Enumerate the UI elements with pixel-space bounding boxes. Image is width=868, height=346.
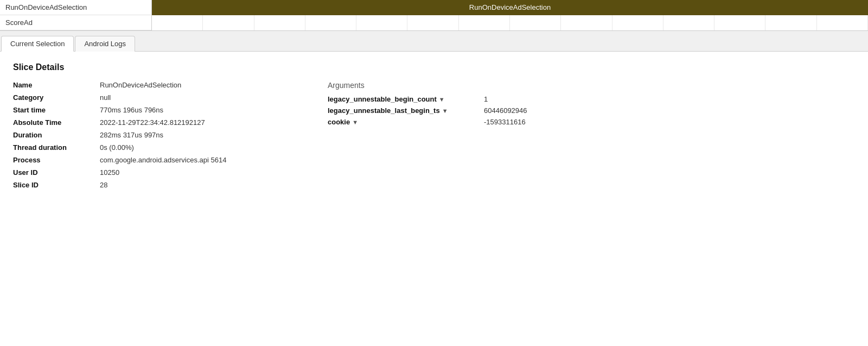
slice-details-panel: Name RunOnDeviceAdSelection Category nul…: [13, 81, 284, 193]
tab-current-selection[interactable]: Current Selection: [1, 36, 74, 52]
grid-cell: [152, 15, 203, 30]
label-user-id: User ID: [13, 168, 100, 177]
value-category: null: [100, 93, 111, 102]
detail-row-start-time: Start time 770ms 196us 796ns: [13, 106, 284, 114]
value-absolute-time: 2022-11-29T22:34:42.812192127: [100, 118, 205, 127]
arg-key-2: cookie ▼: [328, 118, 480, 126]
value-thread-duration: 0s (0.00%): [100, 143, 134, 152]
label-process: Process: [13, 156, 100, 164]
grid-cell: [817, 15, 868, 30]
timeline-header: RunOnDeviceAdSelection ScoreAd RunOnDevi…: [0, 0, 868, 31]
label-name: Name: [13, 81, 100, 89]
arg-dropdown-icon-1[interactable]: ▼: [442, 108, 448, 114]
timeline-bar-column: RunOnDeviceAdSelection: [152, 0, 868, 30]
grid-cell: [714, 15, 765, 30]
tab-android-logs[interactable]: Android Logs: [75, 36, 135, 52]
label-category: Category: [13, 93, 100, 102]
detail-row-category: Category null: [13, 93, 284, 102]
arg-key-1: legacy_unnestable_last_begin_ts ▼: [328, 106, 480, 115]
value-slice-id: 28: [100, 181, 107, 189]
arg-dropdown-icon-0[interactable]: ▼: [439, 96, 445, 103]
label-absolute-time: Absolute Time: [13, 118, 100, 127]
main-content: Slice Details Name RunOnDeviceAdSelectio…: [0, 52, 868, 204]
tab-bar: Current Selection Android Logs: [0, 31, 868, 52]
arg-row-0: legacy_unnestable_begin_count ▼ 1: [328, 95, 855, 103]
detail-row-slice-id: Slice ID 28: [13, 181, 284, 189]
label-start-time: Start time: [13, 106, 100, 114]
timeline-empty-row: [152, 15, 868, 30]
arg-value-1: 60446092946: [484, 106, 527, 115]
detail-row-duration: Duration 282ms 317us 997ns: [13, 131, 284, 139]
grid-cell: [561, 15, 612, 30]
detail-row-thread-duration: Thread duration 0s (0.00%): [13, 143, 284, 152]
value-name: RunOnDeviceAdSelection: [100, 81, 181, 89]
arg-dropdown-icon-2[interactable]: ▼: [352, 119, 358, 125]
grid-cell: [305, 15, 356, 30]
arg-key-label-2: cookie: [328, 118, 350, 126]
section-title: Slice Details: [13, 62, 855, 72]
grid-cell: [510, 15, 561, 30]
label-thread-duration: Thread duration: [13, 143, 100, 152]
value-duration: 282ms 317us 997ns: [100, 131, 163, 139]
label-duration: Duration: [13, 131, 100, 139]
arg-row-1: legacy_unnestable_last_begin_ts ▼ 604460…: [328, 106, 855, 115]
arg-value-2: -1593311616: [484, 118, 526, 126]
value-process: com.google.android.adservices.api 5614: [100, 156, 226, 164]
arguments-title: Arguments: [328, 81, 855, 90]
timeline-highlighted-bar[interactable]: RunOnDeviceAdSelection: [152, 0, 868, 15]
grid-cell: [356, 15, 407, 30]
grid-cell: [663, 15, 714, 30]
arg-value-0: 1: [484, 95, 488, 103]
timeline-label-column: RunOnDeviceAdSelection ScoreAd: [0, 0, 152, 30]
arg-key-label-1: legacy_unnestable_last_begin_ts: [328, 106, 440, 115]
timeline-row-2-label: ScoreAd: [0, 15, 151, 30]
grid-cell: [254, 15, 305, 30]
detail-row-user-id: User ID 10250: [13, 168, 284, 177]
detail-row-name: Name RunOnDeviceAdSelection: [13, 81, 284, 89]
arg-row-2: cookie ▼ -1593311616: [328, 118, 855, 126]
grid-cell: [612, 15, 663, 30]
arg-key-label-0: legacy_unnestable_begin_count: [328, 95, 437, 103]
value-start-time: 770ms 196us 796ns: [100, 106, 163, 114]
label-slice-id: Slice ID: [13, 181, 100, 189]
details-layout: Name RunOnDeviceAdSelection Category nul…: [13, 81, 855, 193]
detail-row-absolute-time: Absolute Time 2022-11-29T22:34:42.812192…: [13, 118, 284, 127]
arg-key-0: legacy_unnestable_begin_count ▼: [328, 95, 480, 103]
timeline-row-1-label: RunOnDeviceAdSelection: [0, 0, 151, 15]
value-user-id: 10250: [100, 168, 119, 177]
arguments-panel: Arguments legacy_unnestable_begin_count …: [328, 81, 855, 193]
grid-cell: [765, 15, 816, 30]
detail-row-process: Process com.google.android.adservices.ap…: [13, 156, 284, 164]
grid-cell: [203, 15, 254, 30]
grid-cell: [459, 15, 510, 30]
grid-cell: [407, 15, 458, 30]
